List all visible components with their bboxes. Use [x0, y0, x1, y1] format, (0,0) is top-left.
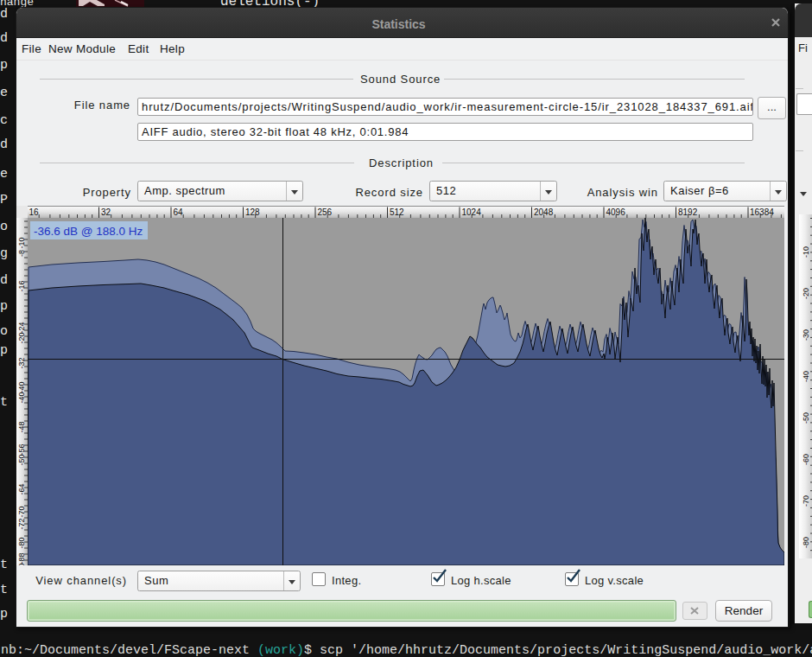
svg-text:-70: -70 [802, 495, 810, 507]
svg-text:-48: -48 [17, 421, 26, 432]
svg-text:8192: 8192 [678, 207, 698, 217]
svg-text:512: 512 [390, 207, 404, 217]
svg-text:-40: -40 [17, 392, 26, 403]
svg-text:-40: -40 [802, 371, 810, 382]
svg-text:-32: -32 [17, 357, 26, 368]
svg-text:-80: -80 [17, 563, 26, 565]
svg-text:16: 16 [29, 207, 40, 217]
svg-text:-24: -24 [17, 322, 26, 333]
svg-text:-10: -10 [802, 246, 810, 258]
svg-text:32: 32 [101, 207, 111, 217]
svg-text:128: 128 [245, 207, 260, 217]
svg-text:-10: -10 [17, 237, 26, 248]
svg-text:-8: -8 [17, 250, 26, 257]
svg-text:4096: 4096 [606, 207, 626, 217]
svg-text:-70: -70 [17, 506, 26, 517]
svg-text:1024: 1024 [462, 207, 482, 217]
svg-text:16384: 16384 [750, 207, 774, 217]
svg-text:2048: 2048 [534, 207, 554, 217]
svg-text:-36.6 dB @ 188.0 Hz: -36.6 dB @ 188.0 Hz [34, 225, 143, 238]
svg-text:-40: -40 [17, 381, 26, 392]
svg-text:-80: -80 [17, 537, 26, 548]
svg-text:-60: -60 [802, 454, 810, 465]
svg-text:-72: -72 [17, 518, 26, 529]
svg-text:-80: -80 [802, 537, 810, 548]
svg-text:-88: -88 [17, 552, 26, 564]
svg-text:64: 64 [174, 207, 184, 217]
svg-text:-50: -50 [802, 412, 810, 424]
svg-text:-30: -30 [802, 329, 810, 341]
svg-text:-20: -20 [17, 332, 26, 343]
svg-text:-50: -50 [17, 454, 26, 465]
svg-text:-56: -56 [17, 443, 26, 455]
svg-text:-16: -16 [17, 280, 26, 291]
svg-text:256: 256 [318, 207, 333, 217]
svg-text:-64: -64 [17, 483, 26, 494]
svg-text:-20: -20 [802, 288, 810, 299]
